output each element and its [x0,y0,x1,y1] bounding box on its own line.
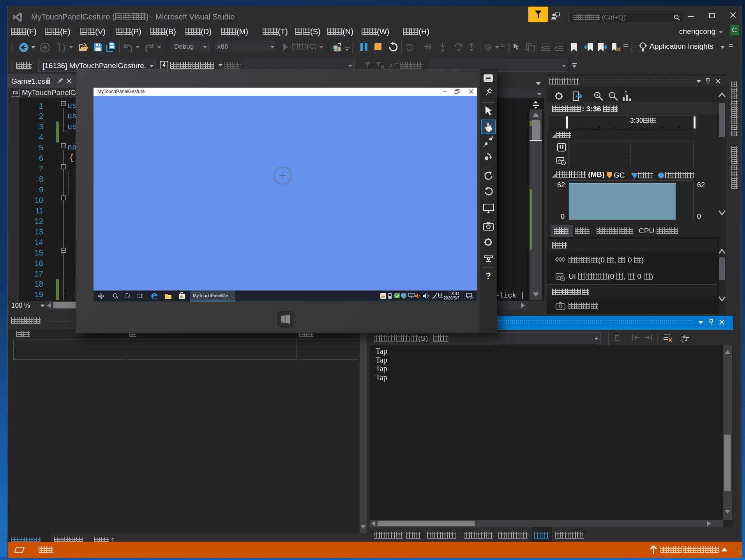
svg-text:?: ? [625,91,627,96]
svg-text:c: c [681,338,684,342]
svg-text:3: 3 [470,296,472,299]
